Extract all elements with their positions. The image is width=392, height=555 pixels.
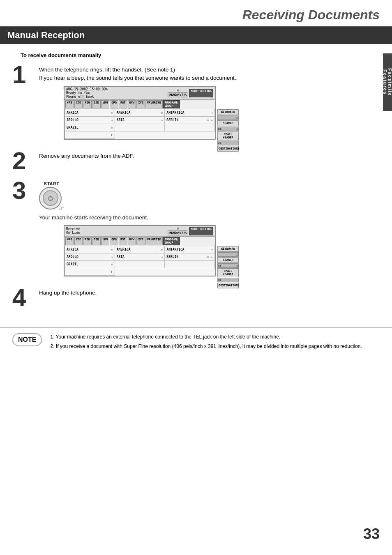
tab-lmn[interactable]: LMN: [101, 100, 110, 108]
fax2-cell-empty2: [165, 261, 215, 268]
step-3-content: START ◇ ☞ Your machine starts receiving …: [39, 178, 380, 281]
step-4-content: Hang up the telephone.: [39, 286, 380, 300]
fax-cell-antartica[interactable]: ANTARTICA⇒: [165, 109, 215, 117]
memory-btn-2[interactable]: MEMORY:??%: [168, 230, 188, 235]
fax2-cell-berlin[interactable]: BERLIN✉ ✦: [165, 253, 215, 261]
fax-cell-brazil[interactable]: BRAZIL✉: [65, 124, 115, 131]
fax-cell-empty2: [165, 124, 215, 131]
fax-cell-africa[interactable]: AFRICA✉: [65, 109, 115, 117]
section-heading: Manual Reception: [0, 27, 392, 44]
tab-xyz[interactable]: XYZ: [136, 100, 145, 108]
page-number: 33: [363, 525, 380, 543]
start-button[interactable]: ◇ ☞: [39, 187, 62, 210]
step-4: 4 Hang up the telephone.: [12, 286, 380, 310]
page-header: Receiving Documents: [0, 0, 392, 27]
tab-ab[interactable]: #AB: [65, 100, 74, 108]
fax-grid-area-2: AFRICA✉ AMERICA✉ ANTARTICA⇒ APOLLO⇒ ASIA…: [65, 246, 215, 276]
step-1-number: 1: [12, 62, 39, 87]
keyboard-btn[interactable]: KEYBOARD: [217, 109, 239, 115]
fax-tab-row-2: #AB CDE FGH IJK LMN OPQ RST UVW XYZ FAVO…: [65, 237, 215, 246]
fax-cell-empty1: [115, 124, 165, 131]
step-1-content: When the telephone rings, lift the hands…: [39, 62, 380, 144]
step-1: 1 When the telephone rings, lift the han…: [12, 62, 380, 144]
note-item-1: 1. Your machine requires an external tel…: [50, 333, 362, 341]
fax2-cell-antartica[interactable]: ANTARTICA⇒: [165, 246, 215, 253]
tab2-fgh[interactable]: FGH: [83, 237, 92, 245]
tab2-xyz[interactable]: XYZ: [136, 237, 145, 245]
start-label: START: [44, 182, 60, 186]
fax-screen-1-wrapper: AUG-15-2002 15:00 00% Ready to fax Phone…: [39, 86, 220, 140]
main-content: To receive documents manually 1 When the…: [0, 44, 392, 319]
start-button-area: START ◇ ☞: [39, 182, 380, 210]
fax-cell-asia[interactable]: ASIA⇒: [115, 117, 165, 124]
tab2-cde[interactable]: CDE: [74, 237, 83, 245]
tab-fgh[interactable]: FGH: [83, 100, 92, 108]
fax-screen-2: Receive On Line ▦ MEMORY:??% MODE SETTIN…: [64, 225, 216, 276]
email-header-btn[interactable]: EMAIL HEADER: [217, 131, 239, 140]
email-header-btn-2[interactable]: EMAIL HEADER: [217, 268, 239, 277]
fax-cell-america[interactable]: AMERICA✉: [115, 109, 165, 117]
step-2: 2 Remove any documents from the ADF.: [12, 149, 380, 173]
step-1-text: When the telephone rings, lift the hands…: [39, 66, 380, 83]
memory-btn[interactable]: MEMORY:??%: [168, 92, 188, 97]
step-3-text: Your machine starts receiving the docume…: [39, 214, 380, 222]
tab2-opq[interactable]: OPQ: [110, 237, 118, 245]
tab2-ijk[interactable]: IJK: [92, 237, 101, 245]
fax-cell-empty3: ⬇: [65, 131, 115, 139]
fax-cell-apollo[interactable]: APOLLO⇒: [65, 117, 115, 124]
mode-setting-btn-2[interactable]: MODE SETTING: [189, 227, 213, 235]
tab2-program-group[interactable]: PROGRAM/GROUP: [163, 237, 180, 245]
tab-ijk[interactable]: IJK: [92, 100, 101, 108]
fax2-cell-apollo[interactable]: APOLLO⇒: [65, 253, 115, 261]
fax-grid-1: AFRICA✉ AMERICA✉ ANTARTICA⇒ APOLLO⇒ ASIA…: [65, 109, 215, 139]
tab2-lmn[interactable]: LMN: [101, 237, 110, 245]
fax2-cell-empty1: [115, 261, 165, 268]
fax-cell-berlin[interactable]: BERLIN✉ ✦: [165, 117, 215, 124]
page-title: Receiving Documents: [242, 7, 380, 22]
search-btn[interactable]: SEARCH: [217, 120, 239, 126]
fax-screen-2-header: Receive On Line ▦ MEMORY:??% MODE SETTIN…: [65, 226, 215, 237]
fax2-cell-asia[interactable]: ASIA⇒: [115, 253, 165, 261]
step-4-number: 4: [12, 286, 39, 310]
hand-icon: ☞: [58, 204, 64, 212]
fax-screen-1: AUG-15-2002 15:00 00% Ready to fax Phone…: [64, 86, 216, 140]
sidebar-label: Facsimile Features: [383, 53, 392, 111]
fax-right-buttons-2: KEYBOARD □ SEARCH 01✉ EMAIL HEADER 01 DE…: [217, 246, 239, 288]
tab-cde[interactable]: CDE: [74, 100, 83, 108]
note-badge: NOTE: [12, 333, 42, 346]
step-2-content: Remove any documents from the ADF.: [39, 149, 380, 164]
step-2-number: 2: [12, 149, 39, 173]
note-text: 1. Your machine requires an external tel…: [50, 333, 362, 352]
tab-favorite[interactable]: FAVORITE: [145, 100, 163, 108]
step-2-text: Remove any documents from the ADF.: [39, 152, 380, 160]
tab2-ab[interactable]: #AB: [65, 237, 74, 245]
subsection-title: To receive documents manually: [21, 52, 380, 58]
note-item-2: 2. If you receive a document with Super …: [50, 343, 362, 350]
fax2-cell-africa[interactable]: AFRICA✉: [65, 246, 115, 253]
tab-program-group[interactable]: PROGRAM/GROUP: [163, 100, 180, 108]
step-4-text: Hang up the telephone.: [39, 289, 380, 297]
step-3-number: 3: [12, 178, 39, 203]
search-btn-2[interactable]: SEARCH: [217, 257, 239, 263]
tab-uvw[interactable]: UVW: [128, 100, 136, 108]
fax-screen-2-wrapper: Receive On Line ▦ MEMORY:??% MODE SETTIN…: [39, 225, 220, 276]
fax-grid-area-1: AFRICA✉ AMERICA✉ ANTARTICA⇒ APOLLO⇒ ASIA…: [65, 109, 215, 139]
tab-rst[interactable]: RST: [119, 100, 127, 108]
fax-tab-row-1: #AB CDE FGH IJK LMN OPQ RST UVW XYZ FAVO…: [65, 100, 215, 109]
mode-setting-btn[interactable]: MODE SETTING: [189, 89, 213, 97]
tab2-uvw[interactable]: UVW: [128, 237, 136, 245]
keyboard-btn-2[interactable]: KEYBOARD: [217, 246, 239, 252]
step-3: 3 START ◇ ☞ Your machine starts receivin…: [12, 178, 380, 281]
fax2-cell-america[interactable]: AMERICA✉: [115, 246, 165, 253]
fax-right-buttons-1: KEYBOARD □ SEARCH 01✉ EMAIL HEADER 01 DE…: [217, 109, 239, 152]
fax2-cell-empty3: ⬇: [65, 268, 115, 276]
tab-opq[interactable]: OPQ: [110, 100, 118, 108]
fax-screen-1-header: AUG-15-2002 15:00 00% Ready to fax Phone…: [65, 87, 215, 100]
note-section: NOTE 1. Your machine requires an externa…: [0, 327, 392, 357]
tab2-rst[interactable]: RST: [119, 237, 127, 245]
tab2-favorite[interactable]: FAVORITE: [145, 237, 163, 245]
fax2-cell-brazil[interactable]: BRAZIL✉: [65, 261, 115, 268]
fax-grid-2: AFRICA✉ AMERICA✉ ANTARTICA⇒ APOLLO⇒ ASIA…: [65, 246, 215, 276]
